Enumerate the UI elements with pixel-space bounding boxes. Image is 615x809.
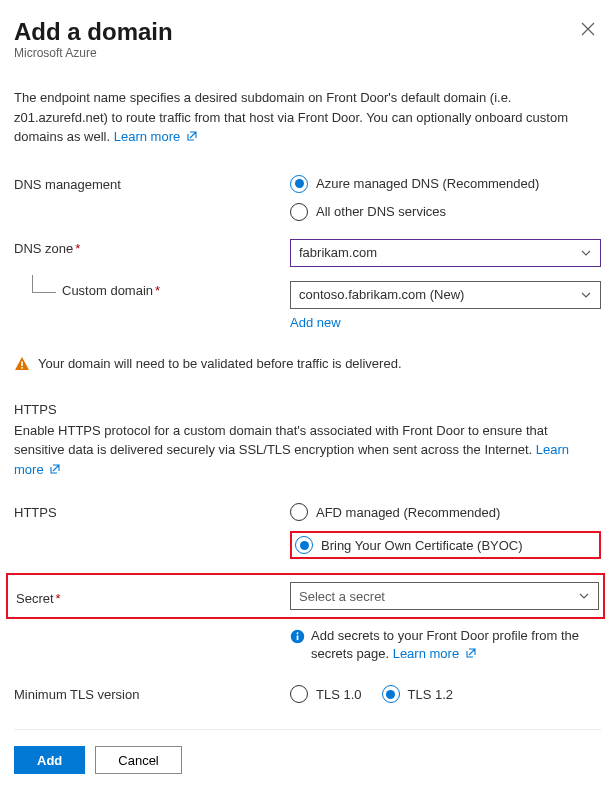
radio-dns-azure[interactable]: Azure managed DNS (Recommended) [290,175,601,193]
radio-icon [382,685,400,703]
secret-learn-more-link[interactable]: Learn more [393,646,477,661]
https-desc: Enable HTTPS protocol for a custom domai… [14,421,601,480]
https-label: HTTPS [14,503,290,520]
dns-management-label: DNS management [14,175,290,192]
custom-domain-value: contoso.fabrikam.com (New) [299,287,464,302]
cancel-button[interactable]: Cancel [95,746,181,774]
dns-zone-value: fabrikam.com [299,245,377,260]
add-button[interactable]: Add [14,746,85,774]
add-new-link[interactable]: Add new [290,315,341,330]
info-icon [290,629,305,644]
intro-text: The endpoint name specifies a desired su… [14,88,601,147]
radio-label: AFD managed (Recommended) [316,505,500,520]
svg-rect-0 [21,361,23,366]
secret-info-text: Add secrets to your Front Door profile f… [311,627,601,663]
secret-dropdown[interactable]: Select a secret [290,582,599,610]
highlight-secret: Secret* Select a secret [6,573,605,619]
radio-dns-other[interactable]: All other DNS services [290,203,601,221]
highlight-byoc: Bring Your Own Certificate (BYOC) [290,531,601,559]
radio-tls12[interactable]: TLS 1.2 [382,685,454,703]
secret-placeholder: Select a secret [299,589,385,604]
chevron-down-icon [580,289,592,301]
radio-icon [295,536,313,554]
hierarchy-indicator-icon [32,275,56,293]
radio-icon [290,175,308,193]
intro-learn-more-link[interactable]: Learn more [114,129,198,144]
https-heading: HTTPS [14,402,601,417]
custom-domain-dropdown[interactable]: contoso.fabrikam.com (New) [290,281,601,309]
dns-zone-label: DNS zone* [14,239,290,256]
radio-tls10[interactable]: TLS 1.0 [290,685,362,703]
radio-label: All other DNS services [316,204,446,219]
page-title: Add a domain [14,18,173,46]
radio-label: Bring Your Own Certificate (BYOC) [321,538,523,553]
dns-zone-dropdown[interactable]: fabrikam.com [290,239,601,267]
radio-icon [290,685,308,703]
svg-point-4 [297,632,299,634]
warning-text: Your domain will need to be validated be… [38,356,402,371]
close-button[interactable] [575,18,601,43]
custom-domain-label: Custom domain* [14,281,290,298]
radio-icon [290,203,308,221]
svg-rect-3 [297,635,299,640]
chevron-down-icon [578,590,590,602]
divider [14,729,601,730]
svg-rect-1 [21,367,23,369]
secret-label: Secret* [16,587,290,606]
external-link-icon [186,130,198,142]
radio-label: TLS 1.0 [316,687,362,702]
chevron-down-icon [580,247,592,259]
page-subtitle: Microsoft Azure [14,46,173,60]
close-icon [581,22,595,36]
external-link-icon [49,463,61,475]
radio-icon [290,503,308,521]
radio-https-byoc[interactable]: Bring Your Own Certificate (BYOC) [295,536,523,554]
tls-label: Minimum TLS version [14,685,290,702]
radio-label: TLS 1.2 [408,687,454,702]
radio-https-managed[interactable]: AFD managed (Recommended) [290,503,601,521]
radio-label: Azure managed DNS (Recommended) [316,176,539,191]
warning-icon [14,356,30,372]
external-link-icon [465,647,477,659]
